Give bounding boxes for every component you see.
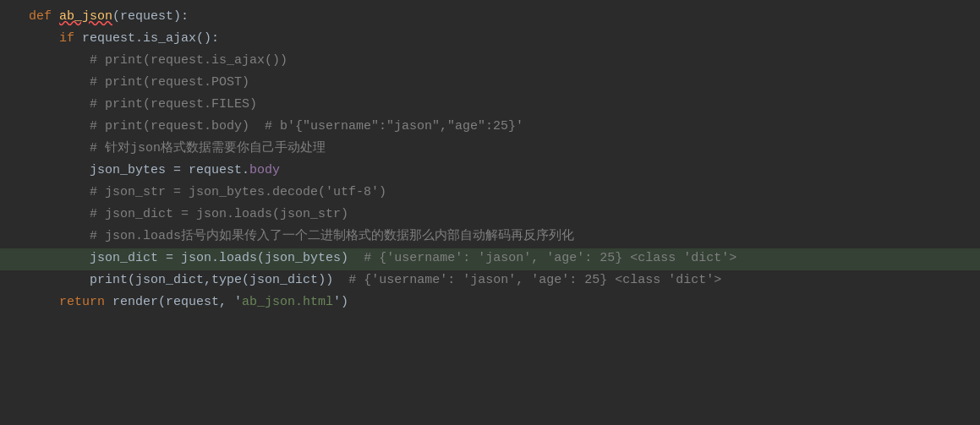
paren: ( <box>112 9 120 24</box>
comment-3: # print(request.is_ajax()) <box>90 53 287 68</box>
paren-close: ) <box>341 251 364 265</box>
code-line-3: # print(request.is_ajax()) <box>0 51 980 73</box>
comment-9: # json_str = json_bytes.decode('utf-8') <box>90 185 386 199</box>
code-line-7: # 针对json格式数据需要你自己手动处理 <box>0 139 980 161</box>
assign-op-2: = <box>158 251 181 265</box>
code-line-2: if request.is_ajax(): <box>0 29 980 51</box>
loads-method: loads <box>219 251 257 265</box>
paren-open: ( <box>257 251 265 265</box>
comma: , <box>204 273 211 287</box>
keyword-def: def <box>29 9 59 24</box>
line-content-8: json_bytes = request.body <box>24 161 980 181</box>
line-content-11: # json.loads括号内如果传入了一个二进制格式的数据那么内部自动解码再反… <box>24 226 980 247</box>
paren: ( <box>242 273 249 287</box>
keyword-return: return <box>59 295 105 309</box>
param: request <box>120 9 173 24</box>
request-var: request. <box>74 31 143 46</box>
json-bytes-arg: json_bytes <box>265 251 341 265</box>
comment-11: # json.loads括号内如果传入了一个二进制格式的数据那么内部自动解码再反… <box>90 229 574 243</box>
comment-7: # 针对json格式数据需要你自己手动处理 <box>90 141 326 155</box>
line-content-12: json_dict = json.loads(json_bytes) # {'u… <box>24 248 980 269</box>
is-ajax-method: is_ajax <box>143 31 196 46</box>
code-line-8: json_bytes = request.body <box>0 161 980 183</box>
code-line-10: # json_dict = json.loads(json_str) <box>0 204 980 226</box>
line-content-14: return render(request, 'ab_json.html') <box>24 292 980 313</box>
comment-4: # print(request.POST) <box>90 75 249 90</box>
code-line-9: # json_str = json_bytes.decode('utf-8') <box>0 183 980 204</box>
code-line-12: json_dict = json.loads(json_bytes) # {'u… <box>0 248 980 270</box>
line-content-2: if request.is_ajax(): <box>24 29 980 49</box>
func-name: ab_json <box>59 9 112 24</box>
line-content-3: # print(request.is_ajax()) <box>24 51 980 71</box>
json-dict-var-2: json_dict <box>135 273 204 287</box>
line-content-13: print(json_dict,type(json_dict)) # {'use… <box>24 270 980 291</box>
line-content-7: # 针对json格式数据需要你自己手动处理 <box>24 139 980 159</box>
line-content-10: # json_dict = json.loads(json_str) <box>24 204 980 225</box>
paren: ( <box>128 273 135 287</box>
line-content-4: # print(request.POST) <box>24 73 980 93</box>
comment-13: # {'username': 'jason', 'age': 25} <clas… <box>348 273 721 287</box>
assign-op: = <box>166 163 189 177</box>
comment-6: # print(request.body) # b'{"username":"j… <box>90 119 523 133</box>
code-line-1: def ab_json(request): <box>0 7 980 29</box>
code-line-14: return render(request, 'ab_json.html') <box>0 292 980 314</box>
template-name: ab_json.html <box>242 295 333 309</box>
line-content-5: # print(request.FILES) <box>24 95 980 115</box>
json-module: json. <box>181 251 219 265</box>
type-func: type <box>211 273 242 287</box>
line-content-6: # print(request.body) # b'{"username":"j… <box>24 117 980 137</box>
line-content-9: # json_str = json_bytes.decode('utf-8') <box>24 183 980 203</box>
line-content-1: def ab_json(request): <box>24 7 980 27</box>
close-paren: ') <box>333 295 348 309</box>
request-var-2: request. <box>189 163 249 177</box>
paren: ): <box>173 9 189 24</box>
comment-12: # {'username': 'jason', 'age': 25} <clas… <box>364 251 736 265</box>
quote: ' <box>227 295 242 309</box>
json-bytes-var: json_bytes <box>90 163 166 177</box>
code-line-6: # print(request.body) # b'{"username":"j… <box>0 117 980 139</box>
body-attr: body <box>249 163 280 177</box>
code-line-5: # print(request.FILES) <box>0 95 980 117</box>
code-line-13: print(json_dict,type(json_dict)) # {'use… <box>0 270 980 292</box>
paren: )) <box>318 273 348 287</box>
code-line-4: # print(request.POST) <box>0 73 980 95</box>
code-editor: def ab_json(request): if request.is_ajax… <box>0 0 980 425</box>
print-func: print <box>90 273 128 287</box>
comment-10: # json_dict = json.loads(json_str) <box>90 207 348 221</box>
keyword-if: if <box>59 31 74 46</box>
render-call: render(request, <box>105 295 227 309</box>
json-dict-var: json_dict <box>90 251 158 265</box>
json-dict-var-3: json_dict <box>249 273 318 287</box>
paren: (): <box>196 31 219 46</box>
code-line-11: # json.loads括号内如果传入了一个二进制格式的数据那么内部自动解码再反… <box>0 226 980 248</box>
comment-5: # print(request.FILES) <box>90 97 257 112</box>
